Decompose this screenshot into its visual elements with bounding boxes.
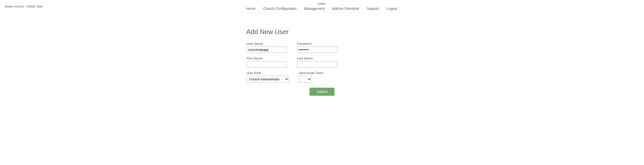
username-label: User Name: [247, 42, 287, 46]
nav-church-configuration[interactable]: Church Configuration [263, 7, 296, 11]
nav-management[interactable]: Management [304, 7, 325, 11]
password-group: Password: [297, 42, 337, 53]
userrole-select[interactable]: Church Administrator Member Admin [247, 76, 289, 83]
row-username-password: User Name: Password: [247, 42, 398, 53]
nav-active-section: Users [318, 2, 326, 6]
deaconate-group: Deaconate Team: Team A Team B [299, 71, 325, 83]
lastname-label: Last Name: [297, 56, 337, 60]
firstname-label: First Name: [247, 56, 287, 60]
username-input[interactable] [247, 47, 287, 53]
firstname-input[interactable] [247, 61, 287, 68]
main-nav: Users Home Church Configuration Manageme… [42, 2, 601, 11]
lastname-input[interactable] [297, 61, 337, 68]
form-title: Add New User [247, 28, 398, 36]
password-input[interactable] [297, 47, 337, 53]
nav-addon-eventsite[interactable]: Add-on Eventsite [332, 7, 359, 11]
nav-logout[interactable]: Logout [387, 7, 397, 11]
firstname-group: First Name: [247, 56, 287, 68]
submit-button[interactable]: Submit [310, 88, 335, 96]
nav-home[interactable]: Home [246, 7, 256, 11]
row-firstname-lastname: First Name: Last Name: [247, 56, 398, 68]
nav-support[interactable]: Support [367, 7, 379, 11]
deaconate-label: Deaconate Team: [299, 71, 325, 75]
main-content: Add New User User Name: Password: First … [0, 13, 644, 111]
site-title: tower church - Admin Site [5, 5, 42, 8]
deaconate-select[interactable]: Team A Team B [299, 76, 312, 83]
row-userrole-deaconate: User Role: Church Administrator Member A… [247, 71, 398, 83]
userrole-group: User Role: Church Administrator Member A… [247, 71, 289, 83]
add-user-form-container: Add New User User Name: Password: First … [247, 28, 398, 96]
userrole-label: User Role: [247, 71, 289, 75]
password-label: Password: [297, 42, 337, 46]
username-group: User Name: [247, 42, 287, 53]
lastname-group: Last Name: [297, 56, 337, 68]
submit-row: Submit [247, 88, 398, 96]
